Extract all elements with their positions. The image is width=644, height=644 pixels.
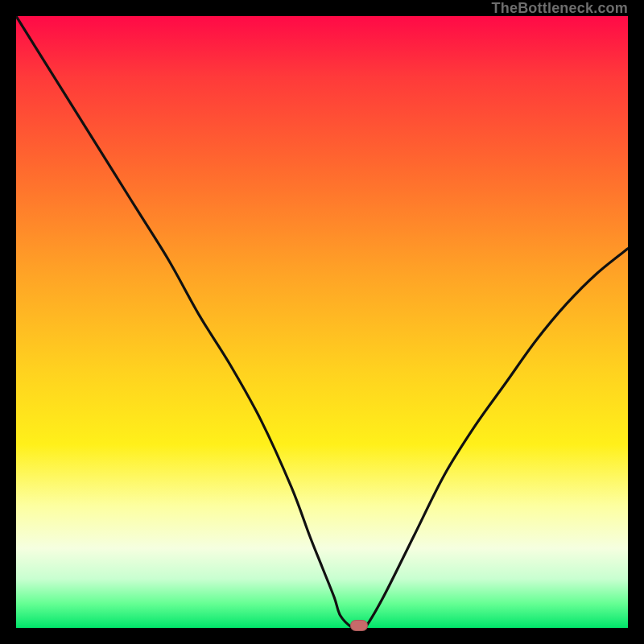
bottleneck-curve (16, 16, 628, 628)
plot-area (16, 16, 628, 628)
optimal-point-marker (350, 620, 368, 631)
watermark-text: TheBottleneck.com (492, 0, 628, 17)
chart-frame: TheBottleneck.com (0, 0, 644, 644)
